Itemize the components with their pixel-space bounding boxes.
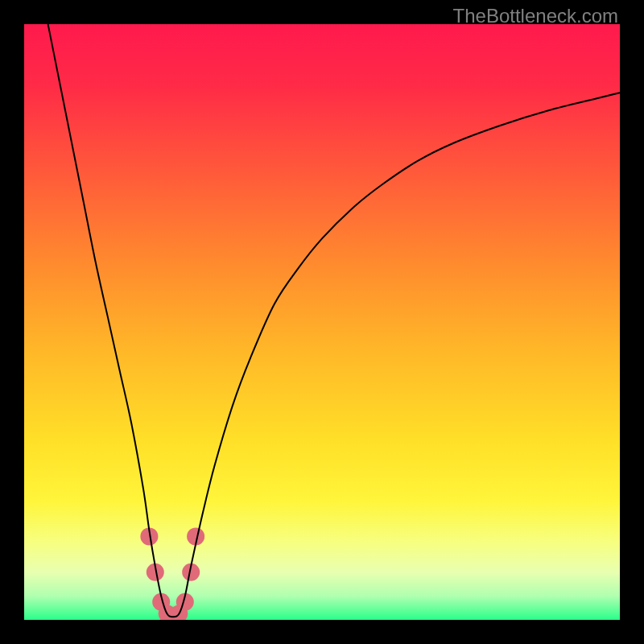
watermark-text: TheBottleneck.com (453, 5, 618, 27)
chart-frame (24, 24, 620, 620)
bottleneck-chart (24, 24, 620, 620)
chart-background (24, 24, 620, 620)
